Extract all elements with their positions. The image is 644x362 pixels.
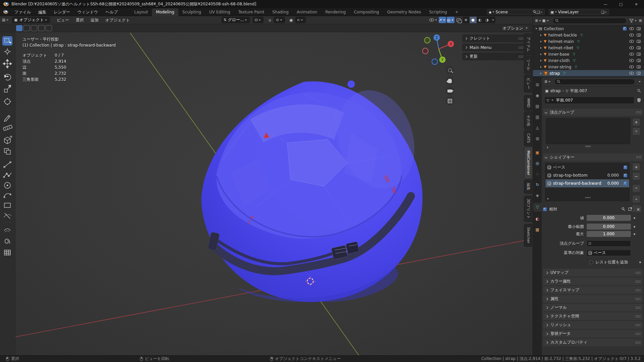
pin-icon[interactable] (533, 10, 537, 14)
tab-particles[interactable]: ∴ (533, 170, 542, 178)
panel-face-maps[interactable]: フェイスマップ (543, 286, 643, 294)
tab-render[interactable]: ◉ (533, 91, 542, 100)
fake-user-button[interactable] (636, 97, 642, 104)
tool-cursor[interactable] (4, 48, 11, 55)
menu-edit[interactable]: 編集 (35, 8, 50, 16)
new-collection-button[interactable]: ⊞ (639, 18, 642, 23)
breadcrumb-data[interactable]: 平面.007 (570, 88, 587, 94)
tab-world[interactable]: ◍ (533, 134, 542, 143)
drag-grip-icon[interactable] (518, 37, 523, 40)
expand-icon[interactable] (540, 47, 542, 49)
panel-remesh[interactable]: リメッシュ (543, 321, 643, 329)
hud-panel-main-menu[interactable]: Main Menu (462, 44, 526, 51)
expand-icon[interactable] (540, 72, 542, 74)
tool-trim[interactable] (4, 213, 11, 219)
camera-view-button[interactable] (445, 86, 454, 95)
viewlayer-selector[interactable]: ▣ ViewLayer ❏ × (549, 9, 609, 15)
tab-modifiers[interactable]: ◎ (533, 159, 542, 168)
tool-duplicate[interactable] (4, 148, 10, 154)
outliner-row[interactable]: ▼inner-cloth▽ (533, 57, 644, 64)
eye-icon[interactable] (629, 40, 634, 43)
camera-visibility-icon[interactable] (637, 59, 641, 62)
shading-wireframe-button[interactable]: ⊕ (463, 17, 470, 23)
close-button[interactable]: × (629, 0, 644, 8)
side-tab-cats[interactable]: CATS (524, 130, 532, 146)
shape-key-checkbox[interactable] (624, 174, 627, 177)
tab-uv-editing[interactable]: UV Editing (205, 8, 234, 16)
tab-object-data[interactable]: ▽ (533, 203, 542, 212)
expand-icon[interactable] (540, 34, 542, 36)
outliner-row-selected[interactable]: ▼strap▽ (533, 70, 644, 76)
tab-modeling[interactable]: Modeling (152, 8, 178, 16)
mesh-name-field[interactable]: ▽ 平面.007 (544, 97, 634, 104)
menu-render[interactable]: レンダー (50, 8, 74, 16)
pivot-point-dropdown[interactable]: ⊡ (253, 17, 264, 23)
vertex-group-field[interactable] (587, 240, 631, 247)
editor-type-dropdown[interactable]: ⊞ (2, 17, 9, 23)
animate-dot-icon[interactable] (634, 233, 635, 235)
resize-grip-icon[interactable] (585, 197, 590, 199)
outliner-row-collection[interactable]: ▤ Collection (533, 25, 644, 32)
tab-material[interactable]: ◐ (533, 215, 542, 223)
tab-geometry-nodes[interactable]: Geometry Nodes (383, 8, 425, 16)
transform-orientation-dropdown[interactable]: ⇅ グロー... (221, 17, 250, 23)
breadcrumb-object[interactable]: strap (550, 88, 560, 93)
tab-shading[interactable]: Shading (268, 8, 293, 16)
eye-icon[interactable] (629, 59, 634, 62)
shading-material-button[interactable]: ◐ (477, 17, 484, 23)
shading-solid-button[interactable]: ● (470, 17, 477, 23)
camera-visibility-icon[interactable] (637, 53, 641, 56)
chevron-down-icon[interactable] (639, 81, 641, 82)
snap-magnet-toggle[interactable]: ∪ (266, 17, 273, 23)
side-tab-view[interactable]: ビュー (524, 74, 532, 93)
delete-viewlayer-icon[interactable]: × (604, 10, 607, 14)
rest-position-checkbox[interactable] (589, 260, 593, 264)
camera-visibility-icon[interactable] (637, 46, 641, 49)
tab-layout[interactable]: Layout (130, 8, 152, 16)
viewport-3d[interactable]: ユーザー・平行投影 (1) Collection | strap : strap… (15, 32, 533, 355)
move-shape-key-up-button[interactable] (632, 195, 640, 203)
menu-help[interactable]: ヘルプ (102, 8, 121, 16)
camera-visibility-icon[interactable] (637, 72, 641, 75)
eye-icon[interactable] (629, 65, 634, 68)
filter-icon[interactable] (629, 19, 634, 23)
tool-transform[interactable] (4, 98, 11, 105)
outliner-row[interactable]: ▼inner-string▽ (533, 64, 644, 70)
select-mode-invert-button[interactable] (38, 25, 45, 31)
panel-normals[interactable]: ノーマル (543, 304, 643, 311)
side-tab-sketcher[interactable]: Sketcher (524, 224, 532, 247)
panel-color-attributes[interactable]: カラー属性 (543, 278, 643, 285)
show-gizmos-toggle[interactable]: ↗ (439, 17, 446, 23)
outliner-display-mode-dropdown[interactable]: ≣ (535, 18, 538, 23)
animate-dot-icon[interactable] (634, 226, 635, 228)
outliner-row[interactable]: ▼helmet-main▽ (533, 38, 644, 45)
pan-button[interactable] (445, 76, 454, 85)
viewport-menu-add[interactable]: 追加 (87, 16, 102, 24)
proportional-falloff-dropdown[interactable]: ∩ (295, 17, 306, 23)
camera-visibility-icon[interactable] (637, 34, 641, 37)
tab-output[interactable]: ▤ (533, 102, 542, 111)
collection-name[interactable]: Collection (544, 26, 564, 31)
new-viewlayer-icon[interactable]: ❏ (601, 10, 604, 14)
options-button[interactable]: オプション (501, 25, 530, 32)
camera-visibility-icon[interactable] (637, 65, 641, 68)
range-max-slider[interactable]: 1.000 (587, 231, 631, 237)
close-shape-key-button[interactable]: × (635, 206, 642, 213)
pin-icon[interactable] (621, 207, 625, 211)
panel-attributes[interactable]: 属性 (543, 295, 643, 303)
camera-visibility-icon[interactable] (637, 27, 641, 30)
range-min-slider[interactable]: 0.000 (587, 224, 631, 230)
outliner-row[interactable]: ▼helmet-backle▽ (533, 32, 644, 38)
outliner-row[interactable]: ▼inner-base▽ (533, 51, 644, 57)
side-tab-misc[interactable]: その他 (524, 111, 532, 129)
pin-icon[interactable] (637, 89, 641, 93)
hud-panel-credits[interactable]: クレジット (462, 35, 526, 42)
tool-spiral[interactable] (5, 239, 10, 244)
tab-texture-paint[interactable]: Texture Paint (234, 8, 268, 16)
snap-target-dropdown[interactable]: ⊙ (274, 17, 285, 23)
outliner-row[interactable]: ▼helmet-ribet▽ (533, 45, 644, 51)
tool-circle[interactable] (4, 182, 10, 188)
show-overlays-toggle[interactable]: ◎ (447, 17, 454, 23)
tool-arc[interactable] (4, 193, 11, 197)
animate-dot-icon[interactable] (634, 217, 635, 219)
